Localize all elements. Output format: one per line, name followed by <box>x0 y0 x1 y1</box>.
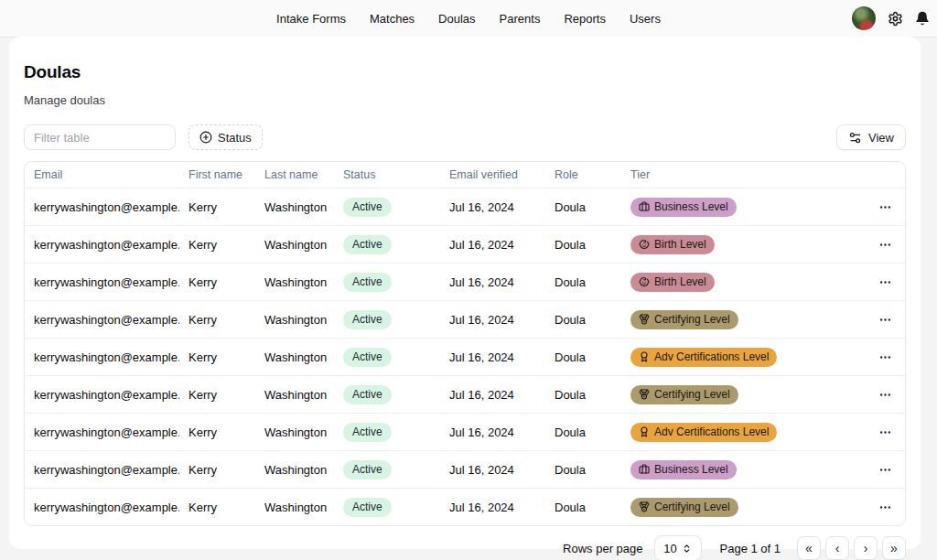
row-actions-button[interactable] <box>872 269 898 295</box>
actions-cell <box>865 457 905 482</box>
user-avatar[interactable] <box>852 6 876 30</box>
view-options-button[interactable]: View <box>836 124 906 150</box>
email-verified-cell: Jul 16, 2024 <box>440 238 545 252</box>
sliders-icon <box>848 131 862 145</box>
column-header-email: Email <box>25 168 179 181</box>
role-cell: Doula <box>545 388 621 402</box>
ellipsis-icon <box>878 350 892 364</box>
notifications-button[interactable] <box>915 11 930 26</box>
nav-item-matches[interactable]: Matches <box>370 12 415 26</box>
actions-cell <box>865 344 905 370</box>
tier-badge: Birth Level <box>630 273 715 292</box>
role-cell: Doula <box>545 200 621 214</box>
nav-item-reports[interactable]: Reports <box>564 12 606 26</box>
column-header-first-name: First name <box>179 168 255 181</box>
tier-label: Adv Certifications Level <box>654 425 769 438</box>
table-row: kerrywashington@example.comKerryWashingt… <box>25 263 905 300</box>
status-cell: Active <box>334 385 440 404</box>
email-cell: kerrywashington@example.com <box>25 388 179 402</box>
tier-badge: Birth Level <box>630 235 715 254</box>
page-subtitle: Manage doulas <box>24 93 906 107</box>
row-actions-button[interactable] <box>872 344 898 370</box>
gear-icon <box>888 11 903 27</box>
nav-item-users[interactable]: Users <box>630 12 661 26</box>
tier-cell: Birth Level <box>621 273 865 292</box>
tier-badge: Certifying Level <box>630 498 738 517</box>
column-header-role: Role <box>545 168 621 181</box>
bell-icon <box>915 11 930 26</box>
email-verified-cell: Jul 16, 2024 <box>440 501 545 514</box>
email-verified-cell: Jul 16, 2024 <box>440 313 545 327</box>
last-name-cell: Washington <box>255 238 334 252</box>
table-row: kerrywashington@example.comKerryWashingt… <box>25 488 905 525</box>
email-verified-cell: Jul 16, 2024 <box>440 388 545 402</box>
view-options-label: View <box>868 131 894 145</box>
first-name-cell: Kerry <box>179 388 255 402</box>
row-actions-button[interactable] <box>872 494 898 520</box>
filter-table-input[interactable] <box>24 124 176 150</box>
row-actions-button[interactable] <box>872 194 898 220</box>
actions-cell <box>865 382 905 407</box>
email-cell: kerrywashington@example.com <box>25 425 179 439</box>
tier-cell: Certifying Level <box>621 498 865 517</box>
topbar-actions <box>852 0 930 37</box>
email-cell: kerrywashington@example.com <box>25 313 179 327</box>
settings-button[interactable] <box>888 11 903 27</box>
row-actions-button[interactable] <box>872 419 898 445</box>
tier-badge: Adv Certifications Level <box>630 348 777 367</box>
email-cell: kerrywashington@example.com <box>25 463 179 477</box>
actions-cell <box>865 419 905 445</box>
table-header-row: Email First name Last name Status Email … <box>25 162 905 188</box>
nav-item-intake-forms[interactable]: Intake Forms <box>276 12 346 26</box>
status-badge: Active <box>343 385 392 404</box>
column-header-status: Status <box>334 168 440 181</box>
ellipsis-icon <box>878 275 892 289</box>
row-actions-button[interactable] <box>872 382 898 407</box>
medal-icon <box>639 389 650 400</box>
row-actions-button[interactable] <box>872 307 898 332</box>
email-cell: kerrywashington@example.com <box>25 275 179 289</box>
tier-cell: Adv Certifications Level <box>621 423 865 442</box>
nav-item-doulas[interactable]: Doulas <box>438 12 475 26</box>
status-filter-label: Status <box>218 131 252 145</box>
last-name-cell: Washington <box>255 275 334 289</box>
email-verified-cell: Jul 16, 2024 <box>440 425 545 439</box>
row-actions-button[interactable] <box>872 232 898 257</box>
page-status: Page 1 of 1 <box>720 542 781 555</box>
doulas-table: Email First name Last name Status Email … <box>24 161 906 526</box>
first-name-cell: Kerry <box>179 425 255 439</box>
first-page-button[interactable]: « <box>797 536 821 560</box>
status-filter-button[interactable]: Status <box>188 124 263 150</box>
pagination-bar: Rows per page 10 Page 1 of 1 « ‹ › » <box>24 535 906 560</box>
top-nav: Intake Forms Matches Doulas Parents Repo… <box>0 0 937 38</box>
table-body: kerrywashington@example.comKerryWashingt… <box>25 188 905 525</box>
circle-plus-icon <box>199 131 212 144</box>
chevrons-up-down-icon <box>682 544 692 554</box>
tier-label: Business Level <box>654 463 728 476</box>
first-name-cell: Kerry <box>179 275 255 289</box>
nav-item-parents[interactable]: Parents <box>500 12 541 26</box>
email-cell: kerrywashington@example.com <box>25 238 179 252</box>
table-row: kerrywashington@example.comKerryWashingt… <box>25 413 905 450</box>
tier-badge: Business Level <box>630 198 737 217</box>
tier-badge: Adv Certifications Level <box>630 423 777 442</box>
first-name-cell: Kerry <box>179 200 255 214</box>
row-actions-button[interactable] <box>872 457 898 482</box>
main-nav: Intake Forms Matches Doulas Parents Repo… <box>276 0 661 37</box>
medal-icon <box>639 501 650 512</box>
last-name-cell: Washington <box>255 388 334 402</box>
previous-page-button[interactable]: ‹ <box>825 536 849 560</box>
column-header-email-verified: Email verified <box>440 168 545 181</box>
last-name-cell: Washington <box>255 350 334 364</box>
rows-per-page-select[interactable]: 10 <box>654 535 702 560</box>
status-badge: Active <box>343 498 392 517</box>
award-icon <box>639 351 650 362</box>
status-cell: Active <box>334 460 440 479</box>
role-cell: Doula <box>545 275 621 289</box>
tier-label: Birth Level <box>654 275 706 288</box>
email-cell: kerrywashington@example.com <box>25 350 179 364</box>
last-page-button[interactable]: » <box>882 536 906 560</box>
role-cell: Doula <box>545 238 621 252</box>
next-page-button[interactable]: › <box>854 536 878 560</box>
status-badge: Active <box>343 235 392 254</box>
